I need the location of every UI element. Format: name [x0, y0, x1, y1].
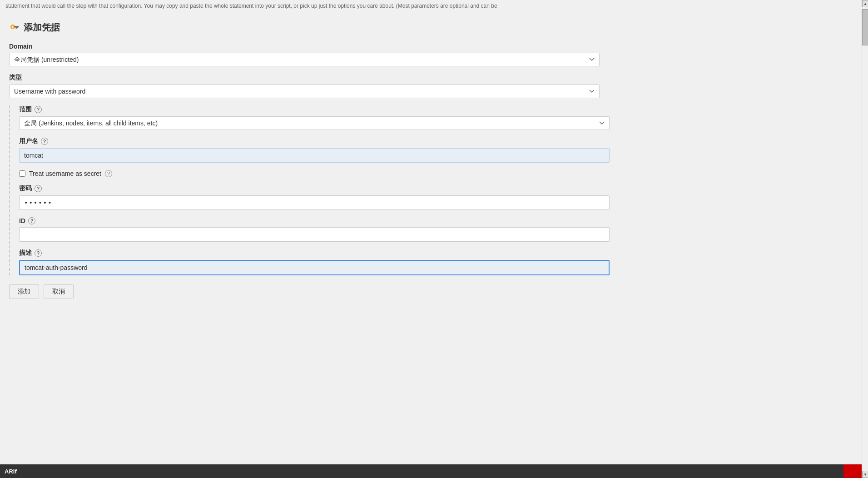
password-help-icon[interactable]: ? — [35, 185, 42, 192]
domain-select[interactable]: 全局凭据 (unrestricted) — [9, 53, 600, 66]
type-select[interactable]: Username with password — [9, 85, 600, 98]
scope-label: 范围 ? — [19, 105, 848, 114]
treat-secret-help-icon[interactable]: ? — [105, 170, 112, 177]
scroll-down-arrow[interactable]: ▼ — [862, 471, 868, 478]
page-title-row: 添加凭据 — [9, 21, 848, 34]
svg-point-1 — [12, 26, 14, 28]
top-bar-text: statement that would call the step with … — [0, 0, 868, 12]
dashed-form-section: 范围 ? 全局 (Jenkins, nodes, items, all chil… — [9, 105, 848, 275]
type-section: 类型 Username with password — [9, 74, 848, 98]
password-label: 密码 ? — [19, 184, 848, 193]
treat-secret-checkbox[interactable] — [19, 170, 25, 177]
password-input[interactable] — [19, 195, 610, 210]
cancel-button[interactable]: 取消 — [44, 284, 74, 299]
scroll-thumb[interactable] — [862, 9, 868, 45]
id-label: ID ? — [19, 217, 848, 224]
red-badge — [843, 464, 862, 478]
treat-secret-label: Treat username as secret — [29, 170, 101, 177]
scope-section: 范围 ? 全局 (Jenkins, nodes, items, all chil… — [19, 105, 848, 130]
scope-select[interactable]: 全局 (Jenkins, nodes, items, all child ite… — [19, 116, 610, 130]
treat-secret-row: Treat username as secret ? — [19, 170, 848, 177]
scroll-up-arrow[interactable]: ▲ — [862, 0, 868, 7]
description-label: 描述 ? — [19, 249, 848, 257]
id-section: ID ? — [19, 217, 848, 242]
scrollbar[interactable]: ▲ ▼ — [862, 0, 868, 478]
type-label: 类型 — [9, 74, 848, 82]
footer-user: ARif — [5, 468, 17, 475]
main-content: 添加凭据 Domain 全局凭据 (unrestricted) 类型 Usern… — [0, 12, 862, 313]
add-button[interactable]: 添加 — [9, 284, 39, 299]
key-icon — [9, 22, 20, 33]
description-input[interactable] — [19, 260, 610, 275]
scope-help-icon[interactable]: ? — [35, 106, 42, 113]
username-label: 用户名 ? — [19, 137, 848, 145]
footer-bar: ARif — [0, 464, 862, 478]
id-help-icon[interactable]: ? — [28, 217, 35, 224]
username-input[interactable] — [19, 148, 610, 163]
domain-label: Domain — [9, 43, 848, 50]
password-section: 密码 ? — [19, 184, 848, 210]
description-section: 描述 ? — [19, 249, 848, 275]
username-section: 用户名 ? — [19, 137, 848, 163]
id-input[interactable] — [19, 227, 610, 242]
description-help-icon[interactable]: ? — [35, 249, 42, 257]
button-row: 添加 取消 — [9, 284, 848, 299]
username-help-icon[interactable]: ? — [41, 138, 48, 145]
domain-section: Domain 全局凭据 (unrestricted) — [9, 43, 848, 66]
page-title: 添加凭据 — [24, 21, 60, 34]
